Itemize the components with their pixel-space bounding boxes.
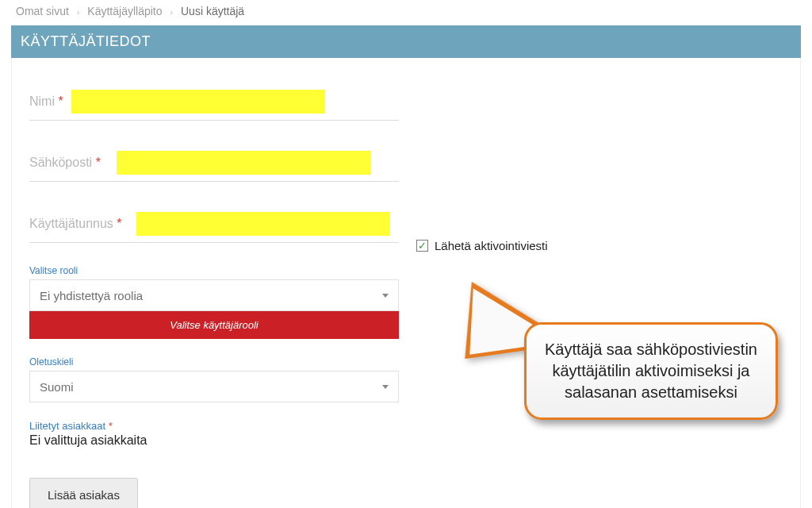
username-input[interactable]: [136, 212, 390, 236]
email-input[interactable]: [117, 151, 370, 175]
language-selected-value: Suomi: [40, 380, 74, 394]
email-label: Sähköposti *: [29, 156, 101, 170]
add-customer-button[interactable]: Lisää asiakas: [29, 478, 138, 508]
field-name: Nimi *: [29, 82, 399, 121]
panel-title: KÄYTTÄJÄTIEDOT: [11, 25, 801, 58]
help-callout: Käyttäjä saa sähköpostiviestin käyttäjät…: [524, 322, 778, 420]
activation-checkbox-label: Lähetä aktivointiviesti: [435, 239, 548, 252]
role-selected-value: Ei yhdistettyä roolia: [40, 289, 143, 302]
field-username: Käyttäjätunnus *: [29, 204, 399, 243]
username-label: Käyttäjätunnus *: [29, 217, 122, 231]
chevron-down-icon: [382, 385, 389, 389]
name-input[interactable]: [71, 90, 325, 114]
chevron-right-icon: ›: [77, 7, 80, 17]
activation-checkbox[interactable]: ✓: [416, 240, 428, 252]
linked-customers-value: Ei valittuja asiakkaita: [29, 433, 399, 448]
name-label: Nimi *: [29, 94, 63, 109]
field-email: Sähköposti *: [29, 143, 399, 182]
role-select[interactable]: Ei yhdistettyä roolia: [29, 279, 399, 311]
role-label: Valitse rooli: [29, 265, 399, 276]
activation-checkbox-row: ✓ Lähetä aktivointiviesti: [416, 239, 548, 252]
chevron-right-icon: ›: [170, 7, 173, 17]
breadcrumb: Omat sivut › Käyttäjäylläpito › Uusi käy…: [0, 0, 812, 25]
breadcrumb-item-omat-sivut[interactable]: Omat sivut: [16, 5, 69, 17]
language-label: Oletuskieli: [29, 356, 399, 368]
check-icon: ✓: [418, 241, 427, 251]
breadcrumb-current: Uusi käyttäjä: [181, 5, 244, 17]
language-select[interactable]: Suomi: [29, 371, 399, 402]
chevron-down-icon: [382, 294, 389, 298]
role-error: Valitse käyttäjärooli: [29, 311, 399, 339]
breadcrumb-item-kayttajayllapito[interactable]: Käyttäjäylläpito: [87, 5, 162, 17]
linked-customers-label: Liitetyt asiakkaat *: [29, 420, 399, 432]
